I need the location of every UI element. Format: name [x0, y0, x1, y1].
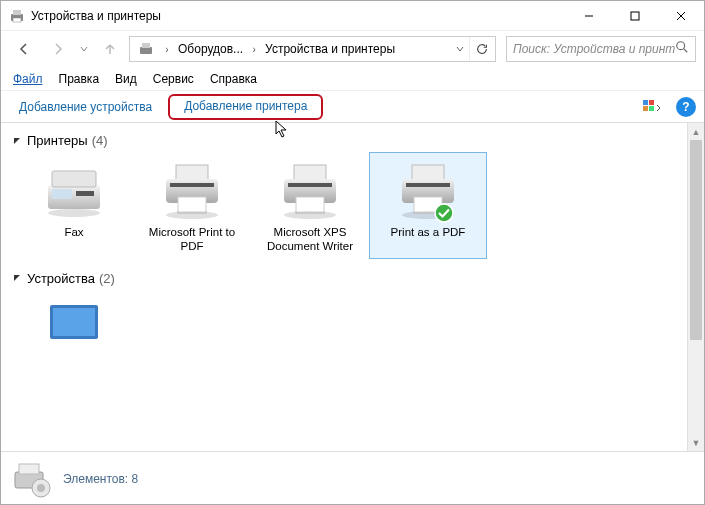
- devices-items: [11, 290, 677, 340]
- vertical-scrollbar[interactable]: ▲ ▼: [687, 123, 704, 451]
- window-title: Устройства и принтеры: [31, 9, 566, 23]
- address-chevron-icon[interactable]: ›: [160, 44, 174, 55]
- device-item-print-as-pdf[interactable]: Print as a PDF: [369, 152, 487, 259]
- menu-view[interactable]: Вид: [107, 70, 145, 88]
- svg-rect-25: [294, 165, 326, 181]
- printer-icon: [392, 159, 464, 221]
- group-printers-count: (4): [92, 133, 108, 148]
- printers-items: Fax Microsoft Print to PDF: [11, 152, 677, 259]
- svg-point-35: [435, 204, 453, 222]
- group-printers-name: Принтеры: [27, 133, 88, 148]
- status-devices-icon: [11, 458, 53, 500]
- toolbar: Добавление устройства Добавление принтер…: [1, 91, 704, 123]
- scroll-track[interactable]: [688, 140, 704, 434]
- device-label: Microsoft Print to PDF: [138, 225, 246, 254]
- devices-printers-icon: [9, 8, 25, 24]
- scroll-up-button[interactable]: ▲: [688, 123, 704, 140]
- menu-help[interactable]: Справка: [202, 70, 265, 88]
- status-elements-label: Элементов:: [63, 472, 128, 486]
- minimize-button[interactable]: [566, 1, 612, 31]
- status-elements-count: 8: [132, 472, 139, 486]
- device-item-ms-print-pdf[interactable]: Microsoft Print to PDF: [133, 152, 251, 259]
- nav-history-chevron[interactable]: [77, 35, 91, 63]
- svg-rect-18: [76, 191, 94, 196]
- status-bar: Элементов: 8: [1, 451, 704, 505]
- svg-rect-20: [176, 165, 208, 181]
- add-device-button[interactable]: Добавление устройства: [9, 97, 162, 117]
- search-input[interactable]: [513, 42, 675, 56]
- content-area: Принтеры (4) Fax: [1, 123, 704, 451]
- svg-rect-11: [643, 100, 648, 105]
- svg-rect-30: [412, 165, 444, 181]
- svg-rect-7: [140, 47, 152, 54]
- nav-forward-button[interactable]: [43, 35, 73, 63]
- device-label: Print as a PDF: [391, 225, 466, 239]
- svg-point-24: [166, 211, 218, 219]
- group-printers-header[interactable]: Принтеры (4): [11, 127, 677, 152]
- svg-line-10: [684, 49, 688, 53]
- address-segment-1[interactable]: Оборудов...: [174, 42, 247, 56]
- nav-back-button[interactable]: [9, 35, 39, 63]
- svg-point-43: [37, 484, 45, 492]
- status-text: Элементов: 8: [63, 472, 138, 486]
- address-bar[interactable]: › Оборудов... › Устройства и принтеры: [129, 36, 496, 62]
- group-devices-header[interactable]: Устройства (2): [11, 265, 677, 290]
- menu-file[interactable]: Файл: [5, 70, 51, 88]
- device-item-fax[interactable]: Fax: [15, 152, 133, 259]
- svg-rect-14: [649, 106, 654, 111]
- svg-rect-41: [19, 464, 39, 474]
- svg-rect-37: [53, 308, 95, 336]
- refresh-button[interactable]: [469, 37, 493, 61]
- svg-rect-27: [296, 197, 324, 213]
- svg-rect-4: [631, 12, 639, 20]
- add-printer-button[interactable]: Добавление принтера: [168, 94, 323, 120]
- maximize-button[interactable]: [612, 1, 658, 31]
- svg-point-19: [48, 209, 100, 217]
- svg-point-29: [284, 211, 336, 219]
- svg-rect-13: [643, 106, 648, 111]
- help-button[interactable]: ?: [676, 97, 696, 117]
- device-item-monitor[interactable]: [15, 290, 133, 340]
- address-chevron-icon[interactable]: ›: [247, 44, 261, 55]
- svg-rect-23: [170, 183, 214, 187]
- svg-rect-16: [52, 171, 96, 187]
- address-segment-2[interactable]: Устройства и принтеры: [261, 42, 399, 56]
- fax-icon: [38, 159, 110, 221]
- view-options-button[interactable]: [638, 95, 666, 119]
- svg-rect-17: [52, 189, 72, 199]
- default-check-icon: [434, 203, 454, 223]
- svg-rect-12: [649, 100, 654, 105]
- svg-rect-22: [178, 197, 206, 213]
- menu-edit[interactable]: Правка: [51, 70, 108, 88]
- printer-icon: [156, 159, 228, 221]
- device-item-xps-writer[interactable]: Microsoft XPS Document Writer: [251, 152, 369, 259]
- caret-down-icon: [11, 135, 23, 147]
- svg-rect-8: [142, 43, 150, 48]
- search-icon: [675, 40, 689, 58]
- device-label: Microsoft XPS Document Writer: [256, 225, 364, 254]
- scroll-thumb[interactable]: [690, 140, 702, 340]
- caret-down-icon: [11, 272, 23, 284]
- svg-rect-28: [288, 183, 332, 187]
- device-label: Fax: [64, 225, 83, 239]
- scroll-down-button[interactable]: ▼: [688, 434, 704, 451]
- monitor-icon: [38, 297, 110, 340]
- svg-rect-2: [13, 18, 21, 22]
- nav-up-button[interactable]: [95, 35, 125, 63]
- search-box[interactable]: [506, 36, 696, 62]
- svg-rect-1: [13, 10, 21, 15]
- svg-rect-33: [406, 183, 450, 187]
- group-devices-name: Устройства: [27, 271, 95, 286]
- printer-icon: [274, 159, 346, 221]
- titlebar: Устройства и принтеры: [1, 1, 704, 31]
- add-printer-label: Добавление принтера: [184, 99, 307, 113]
- close-button[interactable]: [658, 1, 704, 31]
- nav-row: › Оборудов... › Устройства и принтеры: [1, 31, 704, 67]
- menu-bar: Файл Правка Вид Сервис Справка: [1, 67, 704, 91]
- group-devices-count: (2): [99, 271, 115, 286]
- svg-point-9: [677, 42, 685, 50]
- address-history-dropdown[interactable]: [451, 37, 469, 61]
- address-icon: [136, 39, 156, 59]
- menu-tools[interactable]: Сервис: [145, 70, 202, 88]
- window-controls: [566, 1, 704, 31]
